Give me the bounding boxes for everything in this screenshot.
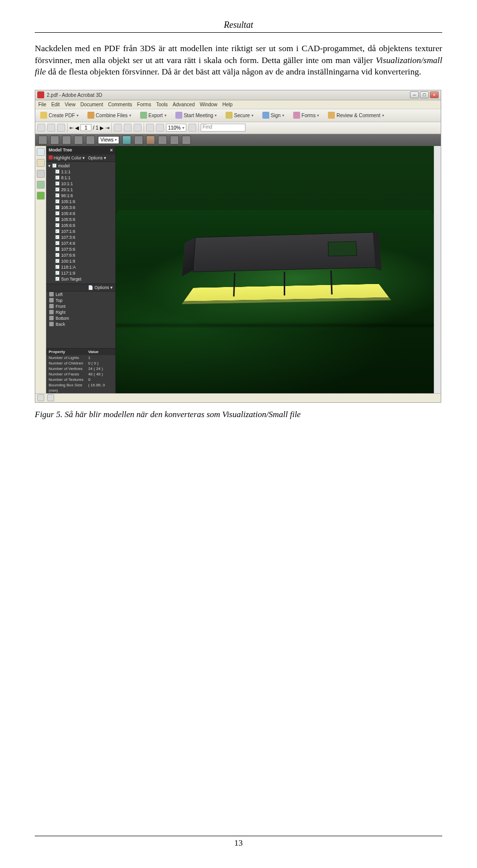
checkbox-icon[interactable] (55, 241, 60, 245)
checkbox-icon[interactable] (55, 193, 60, 198)
print-icon[interactable] (37, 124, 45, 132)
scrollbar-vertical[interactable] (434, 146, 441, 393)
tree-item[interactable]: 100:1:8 (48, 258, 113, 264)
checkbox-icon[interactable] (55, 211, 60, 216)
panel-close-icon[interactable]: × (110, 147, 113, 153)
review-comment-button[interactable]: Review & Comment▾ (325, 110, 387, 120)
checkbox-icon[interactable] (55, 253, 60, 257)
view-item[interactable]: Back (46, 321, 115, 327)
tree-item[interactable]: 96:1:6 (48, 193, 113, 199)
menu-edit[interactable]: Edit (51, 102, 60, 107)
menu-tools[interactable]: Tools (156, 102, 167, 107)
checkbox-icon[interactable] (55, 175, 60, 180)
close-button[interactable]: × (430, 91, 439, 98)
menu-help[interactable]: Help (223, 102, 233, 107)
checkbox-icon[interactable] (55, 187, 60, 192)
zoom-level[interactable]: 110%▾ (166, 124, 186, 132)
status-icon-2[interactable] (47, 394, 54, 401)
select-tool-icon[interactable] (114, 124, 122, 132)
save-icon[interactable] (47, 124, 55, 132)
view-item[interactable]: Top (46, 297, 115, 303)
create-pdf-button[interactable]: Create PDF▾ (37, 110, 81, 120)
view-item[interactable]: Front (46, 303, 115, 309)
start-meeting-button[interactable]: Start Meeting▾ (172, 110, 220, 120)
page-input[interactable] (80, 124, 91, 131)
maximize-button[interactable]: □ (420, 91, 429, 98)
menu-advanced[interactable]: Advanced (173, 102, 195, 107)
bookmarks-panel-icon[interactable] (37, 159, 45, 167)
zoom-out-icon[interactable] (146, 124, 154, 132)
model-tree[interactable]: ▾model 1:1:18:1:110:1:129:1:196:1:6105:1… (46, 162, 115, 284)
secure-button[interactable]: Secure▾ (223, 110, 256, 120)
panel-options-dropdown[interactable]: Options ▾ (88, 155, 106, 160)
tree-item[interactable]: 118:1:A (48, 264, 113, 270)
tree-item[interactable]: 105:4:6 (48, 211, 113, 217)
menu-view[interactable]: View (65, 102, 76, 107)
checkbox-icon[interactable] (55, 229, 60, 233)
checkbox-icon[interactable] (52, 163, 57, 168)
tree-item[interactable]: 10:1:1 (48, 181, 113, 187)
find-input[interactable]: Find (201, 124, 245, 132)
checkbox-icon[interactable] (55, 277, 60, 281)
views-options[interactable]: 📄 Options ▾ (88, 285, 113, 290)
tree-item[interactable]: 107:4:6 (48, 240, 113, 246)
checkbox-icon[interactable] (55, 205, 60, 210)
combine-files-button[interactable]: Combine Files▾ (84, 110, 134, 120)
menu-file[interactable]: File (38, 102, 46, 107)
tree-item[interactable]: 29:1:1 (48, 187, 113, 193)
export-button[interactable]: Export▾ (137, 110, 169, 120)
checkbox-icon[interactable] (55, 181, 60, 186)
checkbox-icon[interactable] (55, 223, 60, 227)
menu-document[interactable]: Document (80, 102, 103, 107)
measure-icon[interactable] (182, 136, 191, 145)
checkbox-icon[interactable] (55, 217, 60, 221)
tree-item[interactable]: 8:1:1 (48, 175, 113, 181)
zoom-in-icon[interactable] (156, 124, 164, 132)
pages-panel-icon[interactable] (37, 148, 45, 156)
menu-forms[interactable]: Forms (137, 102, 151, 107)
tree-item[interactable]: 107:3:6 (48, 234, 113, 240)
view-item[interactable]: Bottom (46, 315, 115, 321)
rotate-icon[interactable] (38, 136, 47, 145)
tree-item[interactable]: 117:1:9 (48, 270, 113, 276)
tree-item[interactable]: Sun Target (48, 276, 113, 282)
forms-button[interactable]: Forms▾ (290, 110, 322, 120)
checkbox-icon[interactable] (55, 169, 60, 174)
minimize-button[interactable]: – (410, 91, 419, 98)
tree-item[interactable]: 105:1:6 (48, 199, 113, 205)
tree-item[interactable]: 107:1:6 (48, 228, 113, 234)
tree-root-label[interactable]: model (58, 163, 70, 168)
view-item[interactable]: Right (46, 309, 115, 315)
checkbox-icon[interactable] (55, 247, 60, 251)
modeltree-panel-icon[interactable] (37, 192, 45, 200)
status-icon-1[interactable] (37, 394, 44, 401)
views-dropdown[interactable]: Views▾ (98, 136, 119, 144)
3d-viewport[interactable] (116, 146, 434, 393)
cross-section-icon[interactable] (158, 136, 167, 145)
mail-icon[interactable] (57, 124, 65, 132)
sign-button[interactable]: Sign▾ (259, 110, 287, 120)
tree-item[interactable]: 1:1:1 (48, 169, 113, 175)
hand-tool-icon[interactable] (124, 124, 132, 132)
checkbox-icon[interactable] (55, 199, 60, 204)
signatures-panel-icon[interactable] (37, 170, 45, 178)
menu-window[interactable]: Window (200, 102, 218, 107)
menu-comments[interactable]: Comments (108, 102, 132, 107)
extra-3d-icon[interactable] (170, 136, 179, 145)
fly-icon[interactable] (86, 136, 95, 145)
lighting-icon[interactable] (134, 136, 143, 145)
zoom3d-icon[interactable] (62, 136, 71, 145)
checkbox-icon[interactable] (55, 235, 60, 239)
render-mode-icon[interactable] (122, 136, 131, 145)
menu-bar[interactable]: File Edit View Document Comments Forms T… (35, 100, 441, 109)
view-item[interactable]: Left (46, 291, 115, 297)
tree-item[interactable]: 105:6:6 (48, 222, 113, 228)
tree-item[interactable]: 105:5:6 (48, 217, 113, 222)
bgcolor-icon[interactable] (146, 136, 155, 145)
checkbox-icon[interactable] (55, 271, 60, 275)
tree-item[interactable]: 107:5:6 (48, 246, 113, 252)
pan-icon[interactable] (50, 136, 59, 145)
marquee-icon[interactable] (134, 124, 142, 132)
tree-item[interactable]: 105:3:6 (48, 205, 113, 211)
highlight-color-dropdown[interactable]: Highlight Color ▾ (49, 155, 85, 160)
